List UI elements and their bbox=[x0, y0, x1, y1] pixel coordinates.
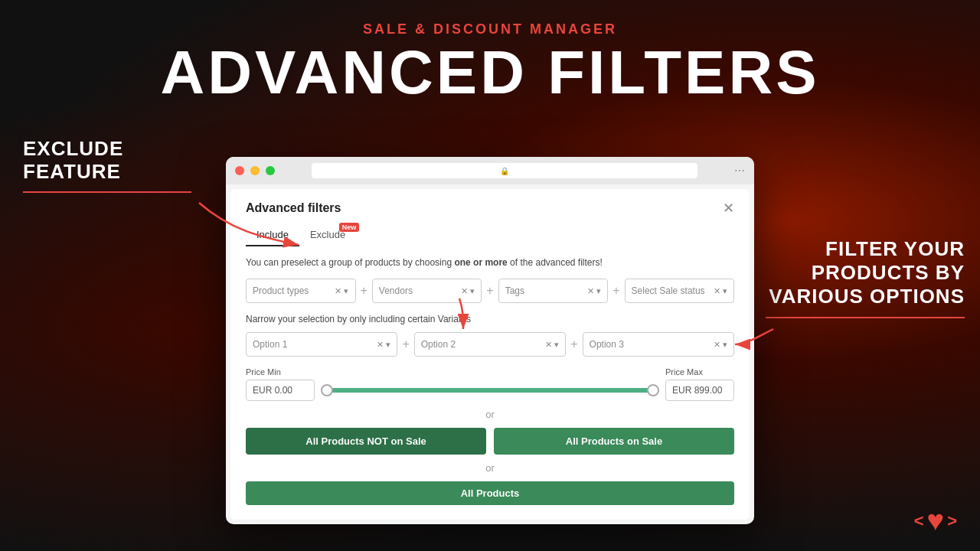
all-products-on-sale-button[interactable]: All Products on Sale bbox=[494, 428, 734, 455]
header-subtitle: SALE & DISCOUNT MANAGER bbox=[0, 21, 980, 37]
browser-dot-red[interactable] bbox=[235, 166, 244, 175]
tab-exclude[interactable]: Exclude New bbox=[299, 224, 356, 246]
option2-label: Option 2 bbox=[421, 339, 456, 350]
browser-address-bar: 🔒 bbox=[312, 163, 697, 178]
variants-label: Narrow your selection by only including … bbox=[246, 314, 734, 324]
filter-row-1: Product types ✕ ▾ + Vendors ✕ ▾ + Tags ✕… bbox=[246, 279, 734, 303]
filter-info-text: You can preselect a group of products by… bbox=[246, 257, 734, 268]
slider-track bbox=[322, 388, 658, 393]
right-chevron-icon: > bbox=[947, 511, 957, 531]
all-products-not-on-sale-button[interactable]: All Products NOT on Sale bbox=[246, 428, 486, 455]
left-label: EXCLUDE FEATURE bbox=[23, 138, 191, 193]
header-title: ADVANCED FILTERS bbox=[0, 42, 980, 103]
heart-logo: < ♥ > bbox=[914, 504, 957, 537]
browser-window: 🔒 ⋯ Advanced filters ✕ Include Exclude N… bbox=[226, 157, 754, 524]
heart-icon: ♥ bbox=[927, 504, 945, 537]
product-buttons-row: All Products NOT on Sale All Products on… bbox=[246, 428, 734, 455]
product-types-select[interactable]: Product types ✕ ▾ bbox=[246, 279, 356, 303]
dialog-header: Advanced filters ✕ bbox=[246, 201, 734, 215]
tab-include[interactable]: Include bbox=[246, 224, 299, 246]
vendors-select[interactable]: Vendors ✕ ▾ bbox=[372, 279, 482, 303]
browser-bar: 🔒 ⋯ bbox=[226, 157, 754, 184]
plus-icon-5: + bbox=[570, 337, 577, 351]
left-label-underline bbox=[23, 191, 191, 193]
browser-dot-yellow[interactable] bbox=[250, 166, 260, 175]
option3-select[interactable]: Option 3 ✕ ▾ bbox=[583, 332, 734, 357]
price-min-label: Price Min EUR 0.00 bbox=[246, 367, 315, 401]
option1-label: Option 1 bbox=[253, 339, 287, 350]
price-max-label: Price Max EUR 899.00 bbox=[665, 367, 734, 401]
vendors-label: Vendors bbox=[379, 285, 413, 296]
or-text-1: or bbox=[246, 409, 734, 420]
price-range-container: Price Min EUR 0.00 Price Max EUR 899.00 bbox=[246, 367, 734, 401]
header: SALE & DISCOUNT MANAGER ADVANCED FILTERS bbox=[0, 0, 980, 103]
tabs-container: Include Exclude New bbox=[246, 224, 734, 246]
lock-icon: 🔒 bbox=[500, 167, 509, 175]
right-label-underline bbox=[766, 317, 965, 318]
close-button[interactable]: ✕ bbox=[723, 201, 734, 215]
price-min-input[interactable]: EUR 0.00 bbox=[246, 380, 315, 401]
plus-icon-4: + bbox=[402, 337, 409, 351]
advanced-filters-dialog: Advanced filters ✕ Include Exclude New Y… bbox=[230, 189, 750, 520]
plus-icon-1: + bbox=[361, 284, 368, 298]
plus-icon-2: + bbox=[486, 284, 493, 298]
price-max-input[interactable]: EUR 899.00 bbox=[665, 380, 734, 401]
option2-select[interactable]: Option 2 ✕ ▾ bbox=[414, 332, 566, 357]
option1-select[interactable]: Option 1 ✕ ▾ bbox=[246, 332, 397, 357]
plus-icon-3: + bbox=[612, 284, 619, 298]
option3-label: Option 3 bbox=[590, 339, 624, 350]
or-text-2: or bbox=[246, 462, 734, 474]
sale-status-select[interactable]: Select Sale status ✕ ▾ bbox=[625, 279, 735, 303]
right-label: FILTER YOUR PRODUCTS BY VARIOUS OPTIONS bbox=[766, 237, 965, 318]
all-products-button[interactable]: All Products bbox=[246, 481, 734, 505]
product-types-label: Product types bbox=[253, 285, 309, 296]
browser-dot-green[interactable] bbox=[266, 166, 275, 175]
tags-label: Tags bbox=[505, 285, 524, 296]
new-badge: New bbox=[339, 223, 360, 232]
variants-row: Option 1 ✕ ▾ + Option 2 ✕ ▾ + Option 3 ✕… bbox=[246, 332, 734, 357]
price-slider[interactable] bbox=[322, 380, 658, 401]
slider-thumb-right[interactable] bbox=[647, 384, 659, 396]
dialog-title: Advanced filters bbox=[246, 201, 341, 215]
left-chevron-icon: < bbox=[914, 511, 924, 531]
sale-status-label: Select Sale status bbox=[632, 285, 705, 296]
tags-select[interactable]: Tags ✕ ▾ bbox=[498, 279, 609, 303]
slider-thumb-left[interactable] bbox=[321, 384, 333, 396]
browser-menu-icon[interactable]: ⋯ bbox=[734, 165, 745, 177]
